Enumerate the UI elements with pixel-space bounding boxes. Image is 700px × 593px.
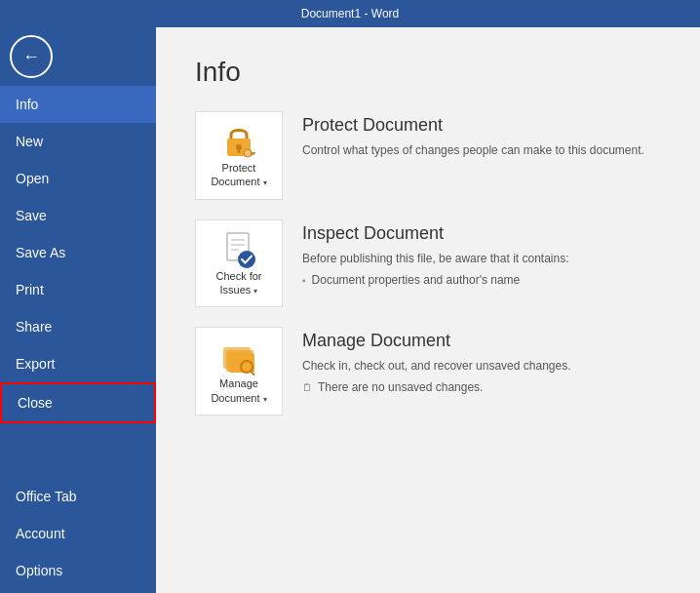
manage-list-text: There are no unsaved changes.	[318, 380, 483, 394]
inspect-document-desc: Before publishing this file, be aware th…	[302, 250, 661, 267]
sidebar-label-save: Save	[16, 208, 47, 223]
sidebar-item-info[interactable]: Info	[0, 86, 156, 123]
protect-document-card: ProtectDocument ▾ Protect Document Contr…	[195, 111, 661, 200]
sidebar-label-office-tab: Office Tab	[16, 489, 77, 504]
inspect-list-item-0: ▪ Document properties and author's name	[302, 273, 661, 287]
sidebar-item-print[interactable]: Print	[0, 271, 156, 308]
sidebar-label-print: Print	[16, 282, 44, 297]
check-for-issues-button[interactable]: Check forIssues ▾	[195, 219, 283, 308]
back-button[interactable]: ←	[10, 35, 53, 78]
app-body: ← Info New Open Save Save As Print Share…	[0, 27, 700, 593]
sidebar-item-account[interactable]: Account	[0, 515, 156, 552]
inspect-document-content: Inspect Document Before publishing this …	[302, 219, 661, 287]
manage-document-label: ManageDocument ▾	[211, 376, 266, 405]
protect-document-content: Protect Document Control what types of c…	[302, 111, 661, 159]
sidebar-item-open[interactable]: Open	[0, 160, 156, 197]
sidebar-label-save-as: Save As	[16, 245, 65, 260]
protect-document-label: ProtectDocument ▾	[211, 161, 266, 189]
inspect-document-title: Inspect Document	[302, 223, 661, 244]
protect-document-title: Protect Document	[302, 115, 661, 136]
manage-document-title: Manage Document	[302, 331, 661, 351]
sidebar-item-save[interactable]: Save	[0, 197, 156, 234]
title-bar: Document1 - Word	[0, 0, 700, 27]
sidebar-item-close[interactable]: Close	[0, 382, 156, 423]
sidebar-item-save-as[interactable]: Save As	[0, 234, 156, 271]
protect-document-button[interactable]: ProtectDocument ▾	[195, 111, 283, 200]
title-text: Document1 - Word	[301, 7, 399, 20]
svg-point-11	[238, 251, 255, 268]
sidebar-label-open: Open	[16, 171, 49, 186]
sidebar-spacer	[0, 423, 156, 478]
page-title: Info	[195, 57, 661, 88]
inspect-list-text: Document properties and author's name	[312, 273, 521, 287]
sidebar-label-account: Account	[16, 526, 65, 541]
svg-point-3	[244, 149, 252, 157]
manage-icon	[220, 337, 257, 376]
back-arrow-icon: ←	[22, 47, 40, 67]
sidebar-label-info: Info	[16, 97, 38, 112]
manage-document-content: Manage Document Check in, check out, and…	[302, 327, 661, 394]
sidebar-item-export[interactable]: Export	[0, 345, 156, 382]
sidebar-label-new: New	[16, 134, 43, 149]
manage-list-item-0: 🗒 There are no unsaved changes.	[302, 380, 661, 394]
protect-dropdown-arrow: ▾	[263, 178, 267, 187]
protect-icon	[221, 122, 256, 161]
sidebar-label-close: Close	[18, 395, 53, 411]
inspect-document-card: Check forIssues ▾ Inspect Document Befor…	[195, 219, 661, 308]
manage-dropdown-arrow: ▾	[263, 395, 267, 404]
sidebar: ← Info New Open Save Save As Print Share…	[0, 27, 156, 593]
manage-document-button[interactable]: ManageDocument ▾	[195, 327, 283, 415]
inspect-dropdown-arrow: ▾	[253, 287, 257, 296]
check-for-issues-label: Check forIssues ▾	[215, 269, 261, 297]
inspect-icon	[221, 230, 256, 269]
sidebar-label-options: Options	[16, 563, 62, 578]
manage-bullet-icon: 🗒	[302, 382, 312, 393]
sidebar-bottom: Office Tab Account Options	[0, 478, 156, 589]
manage-document-card: ManageDocument ▾ Manage Document Check i…	[195, 327, 661, 415]
sidebar-item-office-tab[interactable]: Office Tab	[0, 478, 156, 515]
sidebar-label-export: Export	[16, 356, 55, 372]
manage-document-desc: Check in, check out, and recover unsaved…	[302, 357, 661, 375]
sidebar-item-new[interactable]: New	[0, 123, 156, 160]
protect-document-desc: Control what types of changes people can…	[302, 141, 661, 159]
bullet-icon: ▪	[302, 275, 306, 286]
sidebar-item-share[interactable]: Share	[0, 308, 156, 345]
sidebar-label-share: Share	[16, 319, 52, 335]
sidebar-item-options[interactable]: Options	[0, 552, 156, 589]
main-content: Info ProtectDocument ▾	[156, 27, 700, 593]
